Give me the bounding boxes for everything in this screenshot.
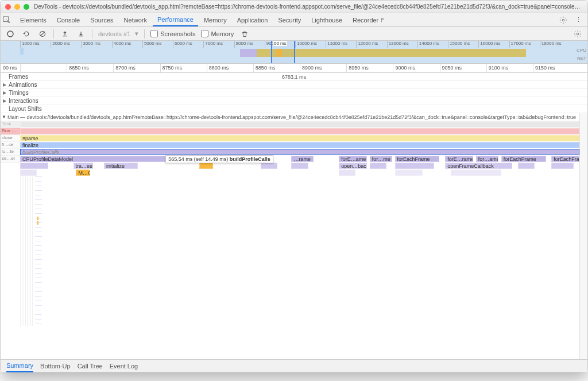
more-icon[interactable]: ⋮ bbox=[572, 16, 585, 24]
overview-ruler: 1000 ms2000 ms3000 ms4000 ms5000 ms6000 … bbox=[20, 41, 570, 48]
gc-button[interactable] bbox=[239, 29, 250, 39]
svg-point-2 bbox=[7, 31, 13, 37]
profile-select[interactable]: devtools #1 ▾ bbox=[98, 30, 138, 37]
minimize-window-button[interactable] bbox=[14, 4, 20, 10]
save-profile-button[interactable] bbox=[76, 29, 86, 39]
flame-sidebar: Task Run Microtasks close fi…ce lo…te se… bbox=[1, 121, 20, 163]
tab-lighthouse[interactable]: Lighthouse bbox=[307, 13, 347, 26]
close-window-button[interactable] bbox=[5, 4, 11, 10]
flame-mc[interactable]: M…C bbox=[76, 170, 90, 176]
window-titlebar: DevTools - devtools://devtools/bundled/d… bbox=[1, 1, 587, 13]
tracks: Frames 6783.1 ms ▶Animations ▶Timings ▶I… bbox=[1, 73, 587, 113]
track-timings[interactable]: ▶Timings bbox=[1, 89, 587, 97]
flame-microtasks[interactable] bbox=[20, 128, 579, 134]
flame-chart[interactable]: Task Run Microtasks close fi…ce lo…te se… bbox=[1, 121, 587, 326]
flame-initialize[interactable]: initialize bbox=[104, 163, 137, 169]
bottom-tab-summary[interactable]: Summary bbox=[6, 360, 33, 372]
performance-toolbar: devtools #1 ▾ Screenshots Memory bbox=[1, 27, 587, 41]
detail-ruler[interactable]: 00 ms 8650 ms8700 ms8750 ms8800 ms8850 m… bbox=[1, 64, 587, 73]
maximize-window-button[interactable] bbox=[24, 4, 29, 10]
track-animations[interactable]: ▶Animations bbox=[1, 81, 587, 89]
tab-memory[interactable]: Memory bbox=[199, 13, 231, 26]
memory-checkbox[interactable]: Memory bbox=[201, 30, 234, 37]
flame-deep-area[interactable] bbox=[20, 176, 579, 326]
record-button[interactable] bbox=[5, 29, 16, 39]
settings-icon[interactable] bbox=[556, 16, 571, 24]
bottom-tab-bottomup[interactable]: Bottom-Up bbox=[40, 360, 71, 372]
main-thread-header[interactable]: ▼Main — devtools://devtools/bundled/devt… bbox=[1, 113, 587, 121]
flame-foreachframe2[interactable]: forEachFrame bbox=[501, 156, 546, 162]
load-profile-button[interactable] bbox=[60, 29, 70, 39]
overview-timeline[interactable]: 1000 ms2000 ms3000 ms4000 ms5000 ms6000 … bbox=[1, 41, 587, 64]
flame-open-back[interactable]: open…back bbox=[339, 163, 367, 169]
flame-for-me[interactable]: for…me bbox=[370, 156, 392, 162]
traffic-lights[interactable] bbox=[5, 4, 29, 10]
bottom-tab-eventlog[interactable]: Event Log bbox=[110, 360, 138, 372]
tab-security[interactable]: Security bbox=[273, 13, 305, 26]
inspect-icon[interactable] bbox=[3, 16, 14, 24]
flame-fore-rame[interactable]: forE…rame bbox=[445, 156, 473, 162]
flame-tra-ee[interactable]: tra…ee bbox=[74, 163, 93, 169]
reload-record-button[interactable] bbox=[21, 29, 32, 39]
flame-foreachframe3[interactable]: forEachFrame bbox=[551, 156, 579, 162]
flame-tooltip: 565.54 ms (self 14.49 ms) buildProfileCa… bbox=[165, 155, 273, 163]
svg-point-5 bbox=[577, 33, 579, 35]
frame-timestamp: 6783.1 ms bbox=[281, 74, 307, 80]
overview-selection[interactable]: 00 ms bbox=[271, 41, 295, 63]
window-title: DevTools - devtools://devtools/bundled/d… bbox=[34, 3, 583, 10]
svg-line-4 bbox=[40, 32, 45, 36]
flame-parse[interactable]: #parse bbox=[20, 135, 579, 141]
panel-tabs: Elements Console Sources Network Perform… bbox=[1, 13, 587, 27]
net-label: NET bbox=[577, 56, 586, 61]
svg-point-1 bbox=[562, 19, 564, 21]
cpu-lane bbox=[20, 49, 570, 57]
flame-for-ame[interactable]: for…ame bbox=[476, 156, 498, 162]
screenshots-checkbox[interactable]: Screenshots bbox=[150, 30, 195, 37]
tab-performance[interactable]: Performance bbox=[153, 13, 198, 26]
track-frames[interactable]: Frames 6783.1 ms bbox=[1, 73, 587, 81]
flame-buildprofilecalls-selected[interactable]: buildProfileCalls bbox=[20, 149, 579, 155]
tab-application[interactable]: Application bbox=[233, 13, 273, 26]
track-layout-shifts[interactable]: Layout Shifts bbox=[1, 105, 587, 113]
cpu-label: CPU bbox=[577, 48, 586, 53]
tab-elements[interactable]: Elements bbox=[16, 13, 51, 26]
capture-settings-icon[interactable] bbox=[572, 29, 583, 39]
flame-finalize[interactable]: finalize bbox=[20, 142, 579, 148]
flame-fore-ame[interactable]: forE…ame bbox=[339, 156, 367, 162]
bottom-tab-calltree[interactable]: Call Tree bbox=[78, 360, 103, 372]
flame-frag[interactable]: …rame bbox=[291, 156, 314, 162]
flame-task[interactable] bbox=[20, 121, 579, 128]
tab-console[interactable]: Console bbox=[52, 13, 84, 26]
clear-button[interactable] bbox=[37, 29, 48, 39]
flame-openframecallback[interactable]: openFrameCallback bbox=[445, 163, 512, 169]
bottom-tabs: Summary Bottom-Up Call Tree Event Log bbox=[1, 359, 587, 372]
flame-foreachframe1[interactable]: forEachFrame bbox=[395, 156, 440, 162]
tab-sources[interactable]: Sources bbox=[86, 13, 118, 26]
tab-network[interactable]: Network bbox=[119, 13, 152, 26]
tab-recorder[interactable]: Recorder bbox=[348, 13, 390, 26]
track-interactions[interactable]: ▶Interactions bbox=[1, 97, 587, 105]
